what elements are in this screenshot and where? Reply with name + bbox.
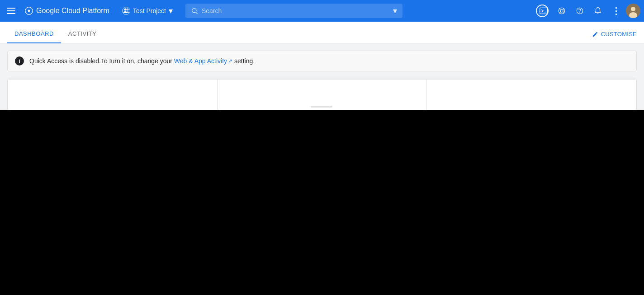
project-chevron-icon: ▾ (169, 6, 173, 16)
gcp-logo: Google Cloud Platform (24, 6, 109, 15)
black-content-area (0, 110, 644, 295)
search-input[interactable] (202, 7, 389, 14)
project-icon (122, 7, 130, 15)
top-bar-right-icons: ⋮ (535, 3, 640, 19)
menu-button[interactable] (4, 4, 19, 18)
user-avatar (626, 4, 640, 18)
gcp-title: Google Cloud Platform (36, 7, 109, 15)
avatar[interactable] (626, 4, 640, 18)
web-app-activity-link[interactable]: Web & App Activity ↗ (174, 57, 232, 65)
search-bar: ▾ (185, 4, 402, 18)
customise-button[interactable]: CUSTOMISE (592, 31, 637, 43)
support-icon (558, 7, 566, 15)
svg-point-7 (560, 9, 563, 12)
notifications-button[interactable] (590, 3, 606, 19)
more-dots-icon: ⋮ (611, 6, 620, 15)
tab-activity[interactable]: ACTIVITY (61, 30, 104, 43)
info-icon: i (15, 56, 24, 66)
top-navigation-bar: Google Cloud Platform Test Project ▾ ▾ (0, 0, 644, 22)
svg-point-13 (579, 12, 580, 13)
support-button[interactable] (554, 3, 570, 19)
svg-point-0 (124, 9, 126, 11)
top-bar-left: Google Cloud Platform Test Project ▾ (4, 4, 176, 18)
notification-text: Quick Access is disabled.To turn it on, … (29, 57, 629, 65)
search-dropdown-icon[interactable]: ▾ (393, 6, 397, 16)
svg-point-2 (192, 9, 196, 13)
more-options-button[interactable]: ⋮ (608, 3, 624, 19)
tabs-bar: DASHBOARD ACTIVITY CUSTOMISE (0, 22, 644, 43)
svg-point-15 (631, 7, 635, 11)
svg-point-1 (126, 9, 128, 11)
cloud-shell-button[interactable] (535, 3, 552, 19)
project-people-icon (123, 7, 130, 14)
terminal-icon (539, 6, 548, 15)
bell-icon (594, 7, 602, 15)
pencil-icon (592, 31, 598, 37)
gcp-logo-icon (24, 6, 33, 15)
project-name: Test Project (133, 7, 166, 14)
tab-dashboard[interactable]: DASHBOARD (7, 30, 61, 43)
search-icon (191, 7, 198, 14)
quick-access-banner: i Quick Access is disabled.To turn it on… (7, 51, 637, 71)
external-link-icon: ↗ (228, 58, 232, 64)
project-selector[interactable]: Test Project ▾ (118, 4, 176, 18)
widget-separator (311, 106, 332, 108)
help-icon (576, 7, 584, 15)
svg-line-3 (196, 12, 198, 14)
help-button[interactable] (572, 3, 588, 19)
